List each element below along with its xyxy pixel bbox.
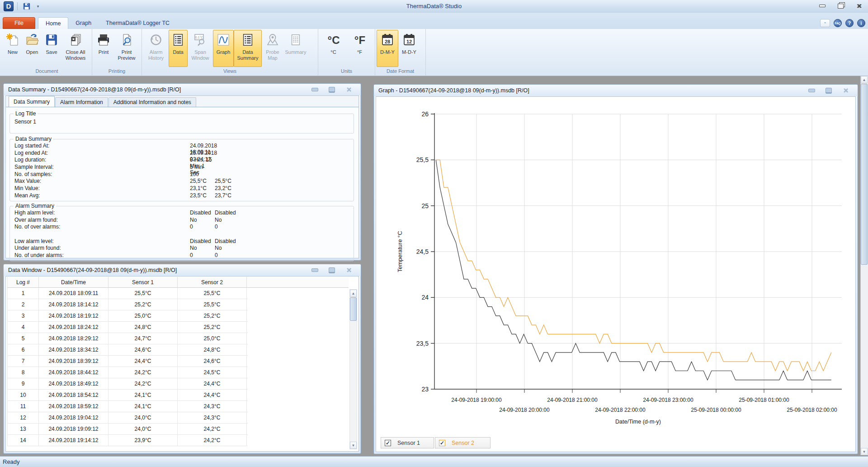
row-value: 24.09.2018 18:09:11: [190, 143, 215, 150]
table-cell: 24.09.2018 18:34:12: [39, 344, 108, 355]
calendar-dmy-icon: 28: [379, 32, 396, 48]
tab-thermadata-logger-tc[interactable]: ThermaData® Logger TC: [99, 17, 177, 29]
open-button[interactable]: Open: [22, 30, 42, 67]
tab-home[interactable]: Home: [38, 17, 68, 29]
print-button[interactable]: Print: [94, 30, 113, 67]
table-row[interactable]: 1424.09.2018 19:14:1223,9°C24,2°C: [7, 435, 248, 446]
summary-row: Over alarm found:NoNo: [14, 217, 354, 224]
scroll-down-icon[interactable]: ▼: [861, 448, 868, 455]
row-value: 100: [190, 171, 215, 178]
table-row[interactable]: 1324.09.2018 19:09:1224,0°C24,2°C: [7, 424, 248, 435]
faq-icon[interactable]: FAQ: [834, 19, 842, 27]
graph-view-button[interactable]: Graph: [213, 30, 234, 67]
y-tick-label: 26: [421, 110, 429, 118]
y-axis-title: Temperature °C: [396, 231, 403, 272]
scroll-up-icon[interactable]: ▲: [350, 290, 357, 297]
row-label: No. of over alarms:: [14, 224, 190, 231]
save-button[interactable]: Save: [42, 30, 61, 67]
row-value: 0: [215, 252, 255, 259]
print-preview-button[interactable]: Print Preview: [113, 30, 140, 67]
legend-item-sensor-1: ✓Sensor 1: [381, 437, 434, 448]
mdi-scrollbar[interactable]: ▲ ▼: [860, 76, 868, 455]
y-tick-label: 23: [421, 386, 429, 393]
tab-data-summary[interactable]: Data Summary: [9, 96, 55, 107]
data-summary-view-button[interactable]: Data Summary: [234, 30, 262, 67]
data-summary-rows: Log started At:24.09.2018 18:09:11Log en…: [10, 139, 354, 200]
row-value: 23,1°C: [190, 185, 215, 192]
minimize-button[interactable]: [816, 2, 828, 10]
data-view-button[interactable]: Data: [169, 30, 188, 67]
scroll-thumb[interactable]: [350, 297, 357, 321]
table-row[interactable]: 724.09.2018 18:39:1224,4°C24,6°C: [7, 356, 248, 367]
column-header[interactable]: Log #: [7, 277, 39, 287]
new-button[interactable]: New: [3, 30, 22, 67]
window-close-icon[interactable]: [344, 86, 354, 93]
table-row[interactable]: 524.09.2018 18:29:1224,7°C25,0°C: [7, 333, 248, 344]
column-header[interactable]: Sensor 1: [108, 277, 178, 287]
data-window-titlebar[interactable]: Data Window - D15490667(24-09-2018@18 09…: [4, 264, 361, 276]
legend-checkbox[interactable]: ✓: [439, 440, 445, 446]
scroll-thumb[interactable]: [861, 84, 868, 265]
help-icon[interactable]: ?: [845, 19, 854, 27]
tab-file[interactable]: File: [3, 17, 35, 29]
y-tick-label: 24: [421, 294, 429, 301]
fahrenheit-button[interactable]: °F °F: [349, 30, 371, 67]
table-cell: 24,4°C: [178, 390, 247, 400]
table-row[interactable]: 324.09.2018 18:19:1225,0°C25,2°C: [7, 310, 248, 322]
row-value: [190, 231, 215, 238]
table-row[interactable]: 124.09.2018 18:09:1125,5°C25,5°C: [7, 288, 248, 299]
window-close-icon[interactable]: [841, 87, 850, 94]
celsius-button[interactable]: °C °C: [322, 30, 345, 67]
mdy-button[interactable]: 12 M-D-Y: [398, 30, 420, 67]
tab-additional-information[interactable]: Additional Information and notes: [108, 97, 196, 107]
window-restore-icon[interactable]: [327, 86, 336, 93]
row-value: No: [215, 217, 255, 224]
legend-label: Sensor 2: [452, 440, 474, 446]
table-row[interactable]: 1224.09.2018 19:04:1224,0°C24,3°C: [7, 412, 248, 424]
series-line-sensor-1: [436, 160, 831, 380]
window-minimize-icon[interactable]: [807, 87, 816, 94]
row-label: [14, 231, 190, 238]
tab-graph[interactable]: Graph: [68, 17, 99, 29]
window-minimize-icon[interactable]: [310, 86, 319, 93]
table-row[interactable]: 1024.09.2018 18:54:1224,1°C24,4°C: [7, 390, 248, 401]
table-row[interactable]: 424.09.2018 18:24:1224,8°C25,2°C: [7, 322, 248, 333]
window-close-icon[interactable]: [344, 267, 354, 274]
row-label: Over alarm found:: [14, 217, 190, 224]
span-window-icon: 0.1°C: [192, 32, 208, 48]
group-label-units: Units: [320, 68, 373, 76]
column-header[interactable]: Date/Time: [39, 277, 108, 287]
table-row[interactable]: 224.09.2018 18:14:1225,2°C25,5°C: [7, 299, 248, 310]
table-cell: 25,2°C: [178, 310, 247, 321]
scroll-up-icon[interactable]: ▲: [861, 76, 868, 83]
summary-row: No. of samples:100: [14, 171, 354, 178]
row-label: Under alarm found:: [14, 245, 190, 252]
window-minimize-icon[interactable]: [310, 267, 319, 274]
window-restore-icon[interactable]: [327, 267, 336, 274]
y-tick-label: 25,5: [416, 156, 429, 163]
data-summary-window-titlebar[interactable]: Data Summary - D15490667(24-09-2018@18 0…: [4, 84, 361, 95]
summary-row: Log started At:24.09.2018 18:09:11: [14, 143, 354, 150]
table-row[interactable]: 1124.09.2018 18:59:1224,1°C24,3°C: [7, 401, 248, 412]
legend-checkbox[interactable]: ✓: [385, 440, 391, 446]
close-all-windows-button[interactable]: Close All Windows: [61, 30, 90, 67]
dmy-button[interactable]: 28 D-M-Y: [377, 30, 398, 67]
table-row[interactable]: 924.09.2018 18:49:1224,2°C24,4°C: [7, 378, 248, 390]
collapse-ribbon-icon[interactable]: [820, 19, 830, 27]
scroll-down-icon[interactable]: ▼: [350, 442, 357, 449]
close-button[interactable]: [853, 2, 864, 10]
table-row[interactable]: 824.09.2018 18:44:1224,2°C24,5°C: [7, 367, 248, 378]
x-tick-label: 25-09-2018 01:00:00: [739, 397, 789, 403]
table-cell: 24,7°C: [108, 333, 178, 344]
restore-button[interactable]: [835, 2, 846, 10]
graph-window-titlebar[interactable]: Graph - D15490667(24-09-2018@18 09(d-m-y…: [374, 85, 858, 96]
row-value: 25.09.2018 02:24:12: [190, 150, 215, 157]
column-header[interactable]: Sensor 2: [178, 277, 247, 287]
status-bar: Ready: [0, 456, 868, 467]
tab-alarm-information[interactable]: Alarm Information: [55, 97, 108, 107]
data-window-scrollbar[interactable]: ▲ ▼: [349, 289, 357, 449]
table-row[interactable]: 624.09.2018 18:34:1224,6°C24,8°C: [7, 344, 248, 356]
table-cell: 24.09.2018 18:44:12: [39, 367, 108, 378]
window-restore-icon[interactable]: [824, 87, 833, 94]
info-icon[interactable]: i: [857, 19, 865, 27]
